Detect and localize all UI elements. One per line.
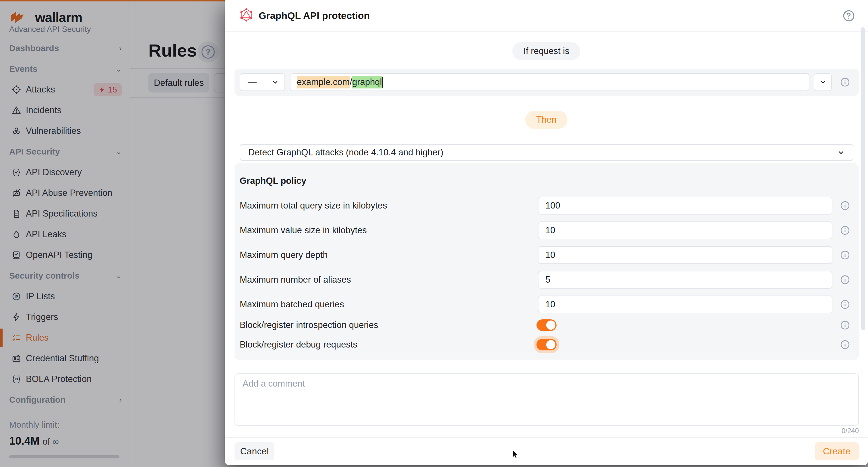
condition-operator-select[interactable]: — xyxy=(240,73,285,91)
chevron-down-icon xyxy=(819,79,826,86)
total-query-size-input[interactable]: 100 xyxy=(538,197,832,214)
info-icon[interactable] xyxy=(840,250,850,261)
then-pill-row: Then xyxy=(225,111,868,129)
chevron-down-icon xyxy=(272,79,279,86)
modal-header: GraphQL API protection xyxy=(225,0,868,32)
condition-info-icon[interactable] xyxy=(840,77,850,88)
info-icon[interactable] xyxy=(840,274,850,286)
text-caret xyxy=(382,77,383,88)
uri-input[interactable]: example.com/graphql xyxy=(290,73,809,91)
policy-row-query-depth: Maximum query depth 10 xyxy=(240,246,854,264)
then-pill: Then xyxy=(525,111,567,129)
batched-queries-input[interactable]: 10 xyxy=(538,295,832,313)
graphql-logo-icon xyxy=(240,8,253,23)
debug-requests-toggle[interactable] xyxy=(536,339,557,350)
policy-row-value-size: Maximum value size in kilobytes 10 xyxy=(240,222,854,239)
mouse-cursor xyxy=(513,450,519,461)
aliases-input[interactable]: 5 xyxy=(538,271,832,289)
query-depth-input[interactable]: 10 xyxy=(538,246,832,264)
policy-row-debug-requests: Block/register debug requests xyxy=(240,337,854,353)
screen: wallarm Advanced API Security Dashboards… xyxy=(0,0,868,467)
uri-path-token: graphql xyxy=(352,76,382,88)
policy-row-introspection: Block/register introspection queries xyxy=(240,317,854,333)
action-select[interactable]: Detect GraphQL attacks (node 4.10.4 and … xyxy=(240,144,854,161)
modal-help-button[interactable] xyxy=(842,9,856,24)
policy-row-batched-queries: Maximum batched queries 10 xyxy=(240,295,854,313)
info-icon[interactable] xyxy=(840,299,850,311)
chevron-down-icon xyxy=(837,149,845,156)
policy-heading: GraphQL policy xyxy=(240,176,306,186)
info-icon[interactable] xyxy=(840,225,850,237)
uri-separator: / xyxy=(350,77,352,87)
policy-row-aliases: Maximum number of aliases 5 xyxy=(240,271,854,289)
policy-row-total-query-size: Maximum total query size in kilobytes 10… xyxy=(240,197,854,214)
comment-placeholder: Add a comment xyxy=(243,379,305,388)
graphql-policy-panel: GraphQL policy Maximum total query size … xyxy=(235,163,859,359)
info-icon[interactable] xyxy=(840,340,850,351)
introspection-toggle[interactable] xyxy=(536,319,557,331)
divider xyxy=(225,437,868,438)
modal-title: GraphQL API protection xyxy=(259,10,370,21)
condition-row: — example.com/graphql xyxy=(235,69,859,96)
if-request-pill: If request is xyxy=(513,42,580,60)
value-size-input[interactable]: 10 xyxy=(538,222,832,239)
comment-textarea[interactable]: Add a comment xyxy=(235,373,859,426)
create-button[interactable]: Create xyxy=(815,442,859,460)
info-icon[interactable] xyxy=(840,201,850,212)
info-icon[interactable] xyxy=(840,320,850,331)
cancel-button[interactable]: Cancel xyxy=(235,442,274,460)
char-counter: 0/240 xyxy=(842,427,859,435)
uri-host-token: example.com xyxy=(297,76,350,88)
modal-scrollbar-thumb[interactable] xyxy=(861,27,865,330)
condition-expand-button[interactable] xyxy=(814,73,832,91)
graphql-rule-modal: GraphQL API protection If request is — e… xyxy=(225,0,868,465)
if-pill-row: If request is xyxy=(225,42,868,60)
